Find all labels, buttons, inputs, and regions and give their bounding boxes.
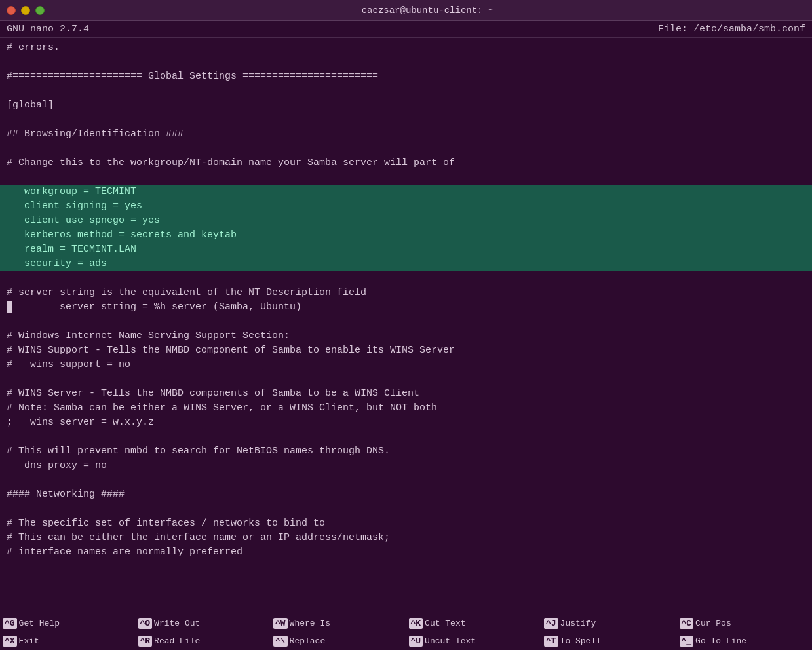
editor-line: [global]	[0, 98, 812, 113]
editor-line	[0, 430, 812, 444]
editor-line: # interface names are normally preferred	[0, 545, 812, 560]
footer: ^GGet Help^OWrite Out^WWhere Is^KCut Tex…	[0, 615, 812, 650]
editor-line	[0, 372, 812, 387]
editor-line: # Change this to the workgroup/NT-domain…	[0, 156, 812, 170]
title-bar: caezsar@ubuntu-client: ~	[0, 0, 812, 21]
close-button[interactable]	[7, 6, 16, 15]
footer-command[interactable]: ^TTo Spell	[541, 632, 677, 650]
command-label: Cut Text	[425, 619, 465, 628]
footer-command[interactable]: ^KCut Text	[406, 615, 542, 632]
command-key: ^O	[138, 618, 153, 629]
editor-line: # Note: Samba can be either a WINS Serve…	[0, 401, 812, 415]
command-label: Go To Line	[695, 636, 746, 646]
command-key: ^K	[409, 618, 423, 629]
editor-line: kerberos method = secrets and keytab	[0, 228, 812, 242]
command-key: ^G	[3, 618, 17, 629]
footer-command[interactable]: ^OWrite Out	[136, 615, 271, 632]
editor-line: # Windows Internet Name Serving Support …	[0, 329, 812, 343]
editor-line: # This can be either the interface name …	[0, 531, 812, 545]
editor-line	[0, 315, 812, 329]
editor-line	[0, 84, 812, 98]
nano-version: GNU nano 2.7.4	[7, 24, 89, 35]
footer-command[interactable]: ^GGet Help	[0, 615, 136, 632]
footer-command[interactable]: ^RRead File	[136, 632, 271, 650]
window-title: caezsar@ubuntu-client: ~	[50, 5, 805, 16]
editor-line: client use spnego = yes	[0, 214, 812, 228]
command-key: ^C	[680, 618, 694, 629]
editor-line: server string = %h server (Samba, Ubuntu…	[0, 300, 812, 315]
editor-line: # WINS Server - Tells the NMBD component…	[0, 387, 812, 401]
editor-line: security = ads	[0, 257, 812, 271]
editor-line	[0, 55, 812, 69]
command-key: ^J	[544, 618, 558, 629]
footer-command[interactable]: ^UUncut Text	[406, 632, 542, 650]
editor-line: #### Networking ####	[0, 488, 812, 502]
editor-line: workgroup = TECMINT	[0, 185, 812, 199]
command-label: Exit	[19, 636, 39, 646]
nano-filename: File: /etc/samba/smb.conf	[658, 24, 805, 35]
editor-line	[0, 113, 812, 127]
editor-line: dns proxy = no	[0, 459, 812, 473]
command-key: ^X	[3, 636, 17, 647]
command-key: ^U	[409, 636, 423, 647]
command-label: Cur Pos	[695, 619, 731, 628]
editor-line: # server string is the equivalent of the…	[0, 286, 812, 300]
footer-command[interactable]: ^\Replace	[271, 632, 406, 650]
editor-line: # This will prevent nmbd to search for N…	[0, 444, 812, 459]
editor-line: # wins support = no	[0, 358, 812, 372]
nano-header: GNU nano 2.7.4 File: /etc/samba/smb.conf	[0, 21, 812, 38]
footer-command[interactable]: ^JJustify	[541, 615, 677, 632]
command-label: To Spell	[560, 636, 601, 646]
footer-command[interactable]: ^CCur Pos	[677, 615, 813, 632]
command-label: Where Is	[290, 619, 330, 628]
command-label: Replace	[290, 636, 326, 646]
editor-line: #====================== Global Settings …	[0, 69, 812, 84]
footer-command[interactable]: ^XExit	[0, 632, 136, 650]
editor-line: realm = TECMINT.LAN	[0, 242, 812, 257]
command-key: ^\	[273, 636, 288, 647]
editor-line: # errors.	[0, 41, 812, 55]
footer-command[interactable]: ^_Go To Line	[677, 632, 813, 650]
command-key: ^_	[680, 636, 694, 647]
command-label: Uncut Text	[425, 636, 476, 646]
editor-area[interactable]: # errors. #====================== Global…	[0, 38, 812, 613]
editor-line	[0, 170, 812, 185]
command-key: ^R	[138, 636, 153, 647]
minimize-button[interactable]	[21, 6, 30, 15]
editor-line: # WINS Support - Tells the NMBD componen…	[0, 343, 812, 358]
maximize-button[interactable]	[35, 6, 45, 15]
editor-line	[0, 473, 812, 488]
command-label: Write Out	[154, 619, 200, 628]
editor-line: client signing = yes	[0, 199, 812, 214]
editor-line: # The specific set of interfaces / netwo…	[0, 516, 812, 531]
editor-line: ## Browsing/Identification ###	[0, 127, 812, 142]
command-label: Get Help	[19, 619, 60, 628]
command-key: ^T	[544, 636, 558, 647]
editor-line	[0, 271, 812, 286]
text-cursor	[7, 301, 12, 313]
command-key: ^W	[273, 618, 288, 629]
footer-command[interactable]: ^WWhere Is	[271, 615, 406, 632]
command-label: Read File	[154, 636, 200, 646]
editor-line	[0, 142, 812, 156]
command-label: Justify	[560, 619, 596, 628]
editor-line	[0, 502, 812, 516]
editor-line: ; wins server = w.x.y.z	[0, 415, 812, 430]
